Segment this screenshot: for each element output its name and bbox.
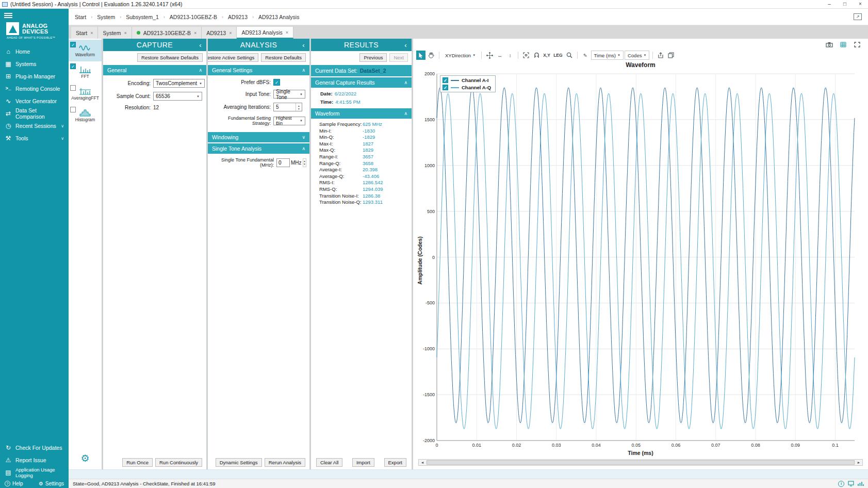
fft-checkbox[interactable]: ✓: [70, 63, 76, 69]
sidebar-item-systems[interactable]: ▦ Systems: [0, 58, 69, 70]
sidebar-item-application-usage-logging[interactable]: ▤ Application Usage Logging: [0, 466, 69, 479]
strip-settings-gear-icon[interactable]: ⚙: [69, 452, 102, 464]
settings-button[interactable]: ⚙ Settings: [39, 481, 64, 486]
section-general-settings[interactable]: General Settings ∧: [208, 65, 309, 75]
input-tone-dropdown[interactable]: Single Tone ▼: [273, 90, 305, 99]
close-icon[interactable]: ×: [229, 30, 232, 36]
dynamic-settings-button[interactable]: Dynamic Settings: [216, 458, 262, 467]
tab-analysis[interactable]: AD9213 Analysis ×: [237, 27, 293, 39]
monitor-icon[interactable]: [848, 481, 854, 486]
tab-board[interactable]: AD9213-10GEBZ-B ×: [132, 27, 202, 39]
snapshot-camera-icon[interactable]: [825, 40, 834, 50]
section-general-capture-results[interactable]: General Capture Results ∧: [311, 77, 412, 88]
breadcrumb-subsystem[interactable]: Subsystem_1: [126, 14, 159, 20]
minimize-button[interactable]: –: [822, 0, 837, 8]
sidebar-item-data-set-comparison[interactable]: ⇄ Data Set Comparison: [0, 107, 69, 120]
strip-item-histogram[interactable]: Histogram: [69, 105, 102, 126]
histogram-checkbox[interactable]: [70, 107, 76, 112]
zoom-extents-icon[interactable]: [521, 51, 531, 60]
clear-all-button[interactable]: Clear All: [316, 458, 342, 467]
vertical-range-icon[interactable]: ↕: [505, 51, 515, 60]
collapse-left-icon[interactable]: ‹: [404, 42, 407, 48]
xy-cursor-button[interactable]: X,Y: [542, 51, 551, 60]
legend-entry-channel-a-q[interactable]: ✓ Channel A-Q: [443, 85, 491, 90]
strip-item-waveform[interactable]: ✓ Waveform: [69, 40, 102, 61]
breadcrumb-chip[interactable]: AD9213: [228, 14, 248, 20]
pointer-tool-button[interactable]: [416, 51, 425, 60]
sidebar-item-remoting-console[interactable]: >_ Remoting Console: [0, 83, 69, 95]
sidebar-item-home[interactable]: ⌂ Home: [0, 45, 69, 58]
scrollbar-thumb[interactable]: [427, 460, 855, 465]
tab-chip[interactable]: AD9213 ×: [202, 27, 237, 39]
spinner-arrows-icon[interactable]: ▴▾: [303, 158, 306, 167]
annotate-pen-icon[interactable]: ✎: [581, 51, 590, 60]
channel-a-q-checkbox[interactable]: ✓: [443, 85, 448, 90]
single-tone-fundamental-input[interactable]: [276, 158, 290, 167]
close-icon[interactable]: ×: [90, 30, 93, 36]
section-windowing[interactable]: Windowing ∨: [208, 132, 309, 142]
restore-defaults-button[interactable]: Restore Defaults: [261, 53, 306, 62]
scroll-left-icon[interactable]: ◄: [419, 461, 426, 464]
tab-start[interactable]: Start ×: [71, 27, 98, 39]
rerun-analysis-button[interactable]: Rerun Analysis: [265, 458, 305, 467]
strip-item-averaging-fft[interactable]: AveragingFFT: [69, 83, 102, 105]
x-units-dropdown[interactable]: Time (ms) ▼: [591, 51, 624, 60]
help-button[interactable]: ? Help: [5, 481, 23, 486]
next-dataset-button[interactable]: Next: [389, 53, 408, 62]
close-icon[interactable]: ×: [124, 30, 126, 36]
close-icon[interactable]: ×: [286, 30, 288, 35]
scroll-right-icon[interactable]: ►: [855, 461, 862, 464]
averaging-fft-checkbox[interactable]: [70, 85, 76, 91]
previous-dataset-button[interactable]: Previous: [359, 53, 387, 62]
breadcrumb-start[interactable]: Start: [75, 14, 86, 20]
horizontal-range-icon[interactable]: ↔: [495, 51, 504, 60]
tab-system[interactable]: System ×: [98, 27, 132, 39]
close-button[interactable]: ×: [853, 0, 868, 8]
import-button[interactable]: Import: [352, 458, 374, 467]
sidebar-item-check-for-updates[interactable]: ↻ Check For Updates: [0, 442, 69, 454]
restore-active-settings-button[interactable]: Restore Active Settings: [208, 53, 258, 62]
prefer-dbfs-checkbox[interactable]: ✓: [273, 79, 280, 86]
restore-software-defaults-button[interactable]: Restore Software Defaults: [137, 53, 203, 62]
sidebar-item-vector-generator[interactable]: ∿ Vector Generator: [0, 95, 69, 107]
move-crosshair-icon[interactable]: [485, 51, 494, 60]
sidebar-item-plugin-manager[interactable]: ⊞ Plug-in Manager: [0, 70, 69, 83]
workspace-scrollbar[interactable]: [69, 469, 868, 479]
legend-toggle-button[interactable]: LEG: [552, 51, 563, 60]
run-once-button[interactable]: Run Once: [122, 458, 153, 467]
averaging-iterations-spinner[interactable]: 5 ▴▾: [273, 103, 302, 111]
encoding-dropdown[interactable]: TwosComplement ▼: [153, 79, 205, 88]
breadcrumb-board[interactable]: AD9213-10GEBZ-B: [170, 14, 217, 20]
breadcrumb-system[interactable]: System: [97, 14, 115, 20]
xy-direction-dropdown[interactable]: XYDirection ▼: [443, 51, 478, 60]
run-continuously-button[interactable]: Run Continuously: [155, 458, 202, 467]
connection-status-icon[interactable]: [858, 481, 864, 486]
pop-out-icon[interactable]: ↗: [854, 13, 862, 20]
close-icon[interactable]: ×: [194, 30, 196, 36]
magnet-snap-icon[interactable]: [532, 51, 541, 60]
section-waveform-results[interactable]: Waveform ∧: [311, 108, 412, 119]
fundamental-strategy-dropdown[interactable]: Highest Bin ▼: [273, 117, 305, 125]
spinner-arrows-icon[interactable]: ▴▾: [296, 103, 302, 111]
info-icon[interactable]: i: [838, 481, 844, 487]
waveform-checkbox[interactable]: ✓: [70, 42, 76, 47]
sample-count-dropdown[interactable]: 65536 ▼: [153, 92, 202, 101]
chart-horizontal-scrollbar[interactable]: ◄ ►: [418, 459, 863, 466]
collapse-left-icon[interactable]: ‹: [302, 42, 305, 48]
fullscreen-icon[interactable]: [853, 40, 862, 50]
breadcrumb-analysis[interactable]: AD9213 Analysis: [258, 14, 299, 20]
sidebar-item-report-issue[interactable]: ⚠ Report Issue: [0, 454, 69, 466]
sidebar-item-recent-sessions[interactable]: ◷ Recent Sessions ∨: [0, 120, 69, 132]
collapse-left-icon[interactable]: ‹: [199, 42, 202, 48]
copy-image-icon[interactable]: [666, 51, 676, 60]
export-button[interactable]: Export: [384, 458, 406, 467]
waveform-plot[interactable]: -2000-1500-1000-500050010001500200000.01…: [416, 71, 863, 450]
sidebar-item-tools[interactable]: ⚒ Tools ∨: [0, 132, 69, 144]
grid-view-icon[interactable]: [839, 40, 848, 50]
strip-item-fft[interactable]: ✓ FFT: [69, 61, 102, 83]
export-data-icon[interactable]: [656, 51, 665, 60]
y-units-dropdown[interactable]: Codes ▼: [625, 51, 649, 60]
hamburger-menu-icon[interactable]: [4, 12, 12, 19]
section-single-tone-analysis[interactable]: Single Tone Analysis ∧: [208, 143, 309, 154]
zoom-magnifier-icon[interactable]: [565, 51, 574, 60]
